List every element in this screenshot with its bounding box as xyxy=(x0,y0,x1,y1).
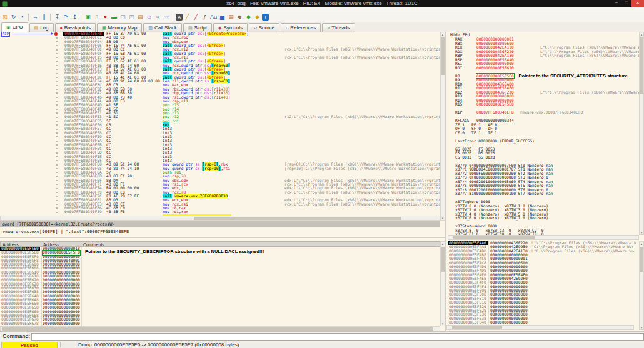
stack-row[interactable]: 0000000000E5F5400000000000000000 xyxy=(446,321,639,324)
shield-gold-icon[interactable]: ◆ xyxy=(253,13,261,21)
search-icon[interactable]: ○ xyxy=(154,13,162,21)
scrollbar-thumb[interactable] xyxy=(2,327,433,331)
tab-log[interactable]: ▤Log xyxy=(29,23,54,32)
patches-icon[interactable]: ▯ xyxy=(93,13,101,21)
log-window-icon[interactable]: ▤ xyxy=(136,13,144,21)
info-icon[interactable]: i xyxy=(262,14,269,21)
user-icon[interactable]: ☻ xyxy=(236,13,244,21)
register-value: 0000000000E5F620 xyxy=(476,66,514,70)
tab-threads[interactable]: »Threads xyxy=(322,23,355,32)
disassembly-hscrollbar[interactable] xyxy=(0,216,440,221)
register-row[interactable]: RDI0000000000E5F620 xyxy=(448,66,639,71)
step-out-icon[interactable]: ↥ xyxy=(71,13,79,21)
disassembly-pane[interactable]: RIP00007FF680340EFBFF 15 37 A9 61 00call… xyxy=(0,32,440,216)
disassembly-vscrollbar[interactable]: ▴ ▾ xyxy=(440,32,445,221)
scroll-down-icon[interactable]: ▾ xyxy=(640,231,643,234)
trace-icon[interactable]: ▣ xyxy=(84,13,92,21)
window-dump-icon[interactable]: ◳ xyxy=(128,13,136,21)
script-icon: ▤ xyxy=(188,26,193,30)
bracket: ] xyxy=(228,71,230,75)
gutter-dot-icon xyxy=(56,104,58,106)
dump-pane[interactable]: AddressAddressComments 0000000000E5F5E00… xyxy=(0,241,440,326)
font-icon[interactable]: Aa xyxy=(209,13,218,21)
tab-breakpoints[interactable]: ●Breakpoints xyxy=(55,23,96,32)
goto-icon[interactable]: ◇ xyxy=(145,13,153,21)
restart-icon[interactable]: ↻ xyxy=(9,13,18,21)
minimize-button[interactable]: − xyxy=(611,0,621,7)
command-bar: Command: xyxy=(0,331,644,341)
highlight-icon[interactable]: A xyxy=(176,14,183,21)
scrollbar-thumb[interactable] xyxy=(452,326,502,329)
window-stack-icon[interactable]: ◰ xyxy=(119,13,127,21)
shield-green-icon[interactable]: ◆ xyxy=(244,13,253,21)
registers-pane[interactable]: Hide FPU RAX0000000000000001RBX000000000… xyxy=(448,32,639,235)
run-icon[interactable]: → xyxy=(31,13,39,21)
tab-source[interactable]: ‹›Source xyxy=(249,23,279,32)
fx-icon[interactable]: ƒ xyxy=(201,13,209,21)
scrollbar-thumb[interactable] xyxy=(441,37,445,75)
register-row[interactable]: CS 0033 SS 002B xyxy=(448,156,639,160)
tab-references[interactable]: ○References xyxy=(281,23,321,32)
gutter-dot-icon xyxy=(56,45,58,46)
gutter-dot-icon xyxy=(56,200,58,201)
register-row[interactable]: R150000000000E5F5E0 xyxy=(448,102,639,107)
tab-call-stack[interactable]: ▥Call Stack xyxy=(143,23,182,32)
open-file-icon[interactable]: ▨ xyxy=(1,13,9,21)
chart-icon[interactable]: ▅ xyxy=(218,13,226,21)
tab-label: Script xyxy=(194,25,207,31)
dump-hscrollbar[interactable] xyxy=(0,326,440,331)
gutter-dot-icon xyxy=(56,77,58,78)
rip-arrowhead xyxy=(51,32,53,35)
register-row[interactable]: CF 0 TF 1 IF 1 xyxy=(448,131,639,136)
register-row[interactable]: x87r7 B1000000000000000100 ST7 Nonzero n… xyxy=(448,192,639,196)
step-into-icon[interactable]: ↧ xyxy=(53,13,61,21)
scroll-down-icon[interactable]: ▾ xyxy=(441,216,445,220)
scroll-down-icon[interactable]: ▾ xyxy=(640,326,643,329)
tab-cpu[interactable]: ▣CPU xyxy=(1,22,28,32)
memory-map-icon[interactable]: ▬ xyxy=(110,13,118,21)
scrollbar-thumb[interactable] xyxy=(441,247,445,272)
gutter-dot-icon xyxy=(56,53,58,54)
registers-vscrollbar[interactable]: ▴ ▾ xyxy=(639,32,644,235)
stop-debug-icon[interactable]: ▪ xyxy=(18,13,26,21)
gutter-dot-icon xyxy=(56,132,58,134)
scrollbar-thumb[interactable] xyxy=(453,236,535,239)
step-over-icon[interactable]: ↷ xyxy=(62,13,70,21)
register-name: RIP xyxy=(455,111,476,115)
tab-label: Source xyxy=(259,25,274,31)
registers-hscrollbar[interactable] xyxy=(448,235,639,240)
dump-header-2[interactable]: Comments xyxy=(81,241,440,247)
tab-symbols[interactable]: ◈Symbols xyxy=(213,23,248,32)
scroll-up-icon[interactable]: ▴ xyxy=(441,242,445,246)
breakpoint-icon[interactable] xyxy=(54,32,58,36)
scroll-up-icon[interactable]: ▴ xyxy=(640,242,643,246)
tab-script[interactable]: ▤Script xyxy=(183,23,212,32)
dump-vscrollbar[interactable]: ▴ ▾ xyxy=(440,241,445,326)
scroll-down-icon[interactable]: ▾ xyxy=(441,322,445,326)
close-button[interactable]: × xyxy=(631,0,644,7)
gutter-dot-icon xyxy=(56,156,58,157)
graph-icon[interactable]: ⇝ xyxy=(163,13,171,21)
stack-pane[interactable]: 0000000000E5F4A0000000000436F220L"\"C:\\… xyxy=(446,241,639,325)
statusbar: Paused Dump: 0000000000E5F5E0 -> 0000000… xyxy=(0,341,644,348)
pencil-red-icon[interactable]: ╱ xyxy=(192,13,200,21)
scroll-up-icon[interactable]: ▴ xyxy=(640,32,643,36)
operand: r11 xyxy=(181,99,188,103)
register-row[interactable]: x87TW_6 0 (Nonzero) x87TW_7 0 (Nonzero) xyxy=(448,216,639,221)
register-row[interactable]: LastError 00000000 (ERROR_SUCCESS) xyxy=(448,139,639,144)
pause-icon[interactable]: ∥ xyxy=(40,13,48,21)
scroll-up-icon[interactable]: ▴ xyxy=(441,32,445,36)
register-row[interactable]: RIP00007FF680340EFBvmware-vmx.00007FF680… xyxy=(448,111,639,115)
scrollbar-thumb[interactable] xyxy=(640,247,643,272)
pencil-icon[interactable]: ╱ xyxy=(183,13,191,21)
gutter-dot-icon xyxy=(56,192,58,193)
maximize-button[interactable]: □ xyxy=(621,0,631,7)
database-icon[interactable]: ▤ xyxy=(227,13,235,21)
tab-memory-map[interactable]: ▦Memory Map xyxy=(97,23,142,32)
command-input[interactable] xyxy=(31,333,644,341)
stack-hscrollbar[interactable] xyxy=(446,325,634,330)
scrollbar-thumb[interactable] xyxy=(194,217,401,220)
breakpoint-icon[interactable]: ● xyxy=(101,13,109,21)
stack-vscrollbar[interactable]: ▴ ▾ xyxy=(639,241,644,330)
scrollbar-thumb[interactable] xyxy=(640,37,643,94)
